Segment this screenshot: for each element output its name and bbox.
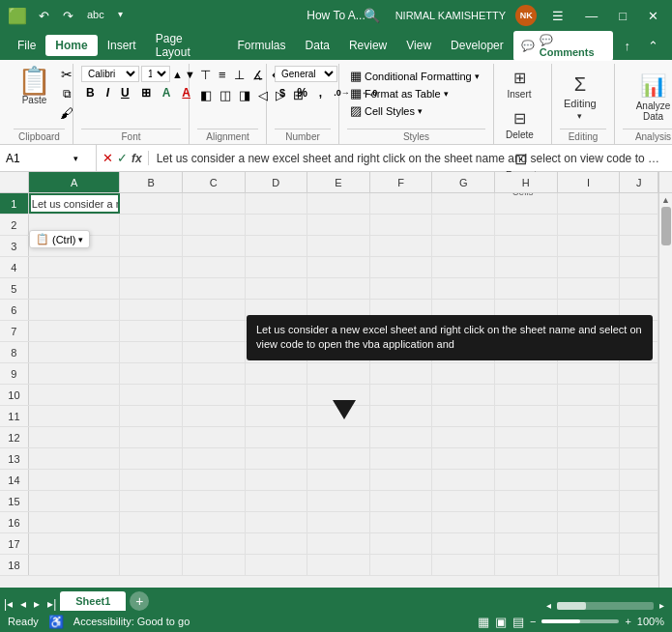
comments-button[interactable]: 💬 💬 Comments — [513, 31, 613, 61]
cell-b10[interactable] — [120, 385, 183, 405]
cell-g4[interactable] — [432, 257, 495, 277]
border-button[interactable]: ⊞ — [136, 84, 156, 101]
vertical-scrollbar[interactable]: ▲ ▼ — [658, 193, 672, 609]
cell-b16[interactable] — [120, 512, 183, 532]
cell-c10[interactable] — [183, 385, 246, 405]
menu-insert[interactable]: Insert — [98, 35, 146, 56]
tab-nav-prev-icon[interactable]: ◂ — [16, 597, 30, 611]
cell-f13[interactable] — [370, 448, 433, 469]
column-header-a[interactable]: A — [29, 172, 120, 192]
cell-b2[interactable] — [120, 215, 183, 235]
scroll-up-arrow-icon[interactable]: ▲ — [659, 193, 672, 207]
paste-tooltip-dropdown-icon[interactable]: ▾ — [78, 235, 83, 244]
cell-a14[interactable] — [29, 470, 120, 490]
column-header-f[interactable]: F — [370, 172, 433, 192]
scroll-thumb[interactable] — [661, 207, 671, 245]
tab-nav-next-icon[interactable]: ▸ — [30, 597, 44, 611]
cell-f17[interactable] — [370, 533, 433, 554]
cell-h12[interactable] — [495, 427, 558, 447]
cell-a6[interactable] — [29, 300, 120, 320]
menu-developer[interactable]: Developer — [441, 35, 513, 56]
cell-b14[interactable] — [120, 470, 183, 490]
percent-button[interactable]: % — [292, 84, 312, 101]
cell-d4[interactable] — [246, 257, 308, 277]
cell-f15[interactable] — [370, 491, 433, 511]
cell-g2[interactable] — [432, 215, 495, 235]
tab-nav-last-icon[interactable]: ▸| — [44, 597, 60, 611]
cell-g13[interactable] — [432, 448, 495, 469]
cell-f9[interactable] — [370, 363, 433, 384]
cell-d18[interactable] — [246, 555, 308, 575]
cell-d2[interactable] — [246, 215, 308, 235]
share-button[interactable]: ↑ — [619, 37, 637, 55]
cell-b8[interactable] — [120, 342, 183, 362]
ribbon-toggle-button[interactable]: ☰ — [546, 7, 570, 25]
cell-f2[interactable] — [370, 215, 433, 235]
cell-d5[interactable] — [246, 278, 308, 299]
cell-d9[interactable] — [246, 363, 308, 384]
analyze-data-button[interactable]: 📊 Analyze Data — [623, 71, 672, 125]
tab-nav-first-icon[interactable]: |◂ — [0, 597, 16, 611]
cell-f10[interactable] — [370, 385, 433, 405]
cell-f3[interactable] — [370, 236, 433, 256]
cell-h18[interactable] — [495, 555, 558, 575]
cell-e9[interactable] — [307, 363, 370, 384]
cell-b1[interactable] — [120, 193, 183, 214]
cell-c11[interactable] — [183, 406, 246, 426]
confirm-formula-icon[interactable]: ✓ — [117, 151, 128, 165]
cell-c2[interactable] — [183, 215, 246, 235]
cell-b7[interactable] — [120, 321, 183, 341]
hscroll-left-icon[interactable]: ◂ — [546, 600, 551, 611]
minimize-button[interactable]: — — [579, 7, 603, 25]
cell-i17[interactable] — [558, 533, 621, 554]
align-bottom-button[interactable]: ⊥ — [231, 66, 248, 84]
cell-f14[interactable] — [370, 470, 433, 490]
cell-b5[interactable] — [120, 278, 183, 299]
cell-i13[interactable] — [558, 448, 621, 469]
cell-j9[interactable] — [620, 363, 658, 384]
cell-c6[interactable] — [183, 300, 246, 320]
column-header-i[interactable]: I — [558, 172, 621, 192]
cell-a9[interactable] — [29, 363, 120, 384]
bold-button[interactable]: B — [81, 84, 100, 101]
cell-i2[interactable] — [558, 215, 621, 235]
cell-c3[interactable] — [183, 236, 246, 256]
cell-f5[interactable] — [370, 278, 433, 299]
cell-b12[interactable] — [120, 427, 183, 447]
close-button[interactable]: ✕ — [642, 7, 664, 25]
underline-button[interactable]: U — [116, 84, 134, 101]
cell-e18[interactable] — [307, 555, 370, 575]
cell-j10[interactable] — [620, 385, 658, 405]
cell-b17[interactable] — [120, 533, 183, 554]
cell-c14[interactable] — [183, 470, 246, 490]
cell-i3[interactable] — [558, 236, 621, 256]
column-header-d[interactable]: D — [246, 172, 308, 192]
cell-j14[interactable] — [620, 470, 658, 490]
column-header-b[interactable]: B — [120, 172, 183, 192]
cell-h16[interactable] — [495, 512, 558, 532]
cell-c8[interactable] — [183, 342, 246, 362]
cell-g11[interactable] — [432, 406, 495, 426]
cell-ref-dropdown-icon[interactable]: ▾ — [73, 154, 78, 163]
cell-g5[interactable] — [432, 278, 495, 299]
cell-a18[interactable] — [29, 555, 120, 575]
cell-e13[interactable] — [307, 448, 370, 469]
cell-c9[interactable] — [183, 363, 246, 384]
paste-button[interactable]: 📋 Paste — [14, 66, 55, 107]
insert-button[interactable]: ⊞ Insert — [502, 66, 537, 102]
cell-i10[interactable] — [558, 385, 621, 405]
cell-b15[interactable] — [120, 491, 183, 511]
column-header-g[interactable]: G — [432, 172, 495, 192]
cell-e2[interactable] — [307, 215, 370, 235]
cell-h4[interactable] — [495, 257, 558, 277]
cell-h2[interactable] — [495, 215, 558, 235]
cell-a15[interactable] — [29, 491, 120, 511]
menu-data[interactable]: Data — [296, 35, 339, 56]
cell-i1[interactable] — [558, 193, 621, 214]
cell-e3[interactable] — [307, 236, 370, 256]
format-table-dropdown-icon[interactable]: ▾ — [444, 89, 449, 99]
column-header-h[interactable]: H — [495, 172, 558, 192]
font-increase-button[interactable]: ▲ — [172, 69, 183, 80]
cell-d14[interactable] — [246, 470, 308, 490]
align-right-button[interactable]: ◨ — [236, 86, 253, 104]
